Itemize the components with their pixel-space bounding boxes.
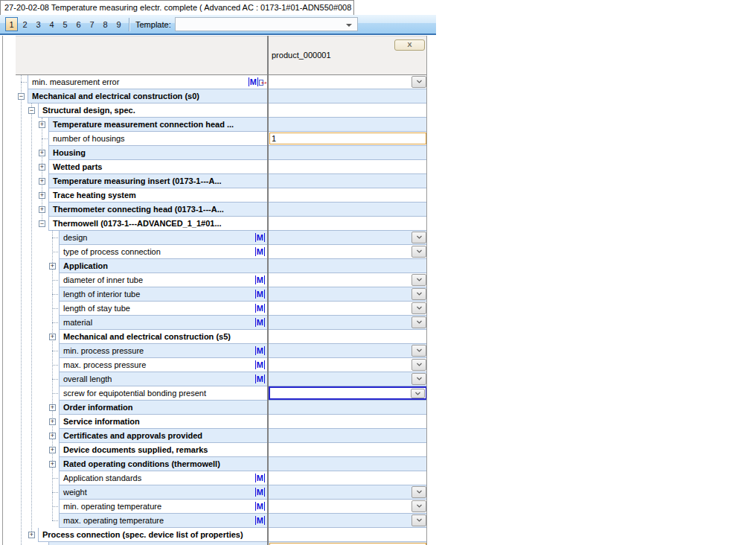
property-label-cell[interactable]: number of housings — [48, 132, 267, 146]
expand-plus-icon[interactable]: + — [39, 121, 45, 128]
product-value-cell — [269, 401, 427, 415]
mandatory-icon: M — [255, 233, 265, 242]
product-value-cell[interactable] — [269, 358, 427, 372]
page-button-7[interactable]: 7 — [86, 17, 98, 31]
combo-dropdown-button[interactable] — [411, 500, 426, 512]
property-label-cell[interactable]: Certificates and approvals provided — [59, 429, 267, 443]
document-tab[interactable]: 27-20-02-08 Temperature measuring electr… — [0, 0, 354, 15]
property-label-cell[interactable]: materialM — [59, 316, 267, 330]
property-label-cell[interactable]: length of stay tubeM — [59, 302, 267, 316]
expand-plus-icon[interactable]: + — [49, 263, 56, 270]
expand-plus-icon[interactable]: + — [49, 418, 56, 425]
product-value-cell — [269, 174, 427, 188]
property-label-cell[interactable]: type of process connectionM — [59, 245, 267, 259]
product-value-cell[interactable] — [269, 372, 427, 386]
expand-plus-icon[interactable]: + — [49, 433, 56, 439]
property-label-cell[interactable]: diameter of inner tubeM — [59, 273, 267, 287]
product-value-cell[interactable] — [269, 514, 427, 528]
page-button-4[interactable]: 4 — [45, 17, 58, 31]
property-label-cell[interactable]: Application standardsM — [59, 471, 267, 485]
collapse-minus-icon[interactable]: − — [18, 93, 25, 100]
product-value-cell[interactable] — [269, 273, 427, 287]
property-label-cell[interactable]: designM — [59, 231, 267, 245]
product-value-cell[interactable] — [269, 386, 427, 401]
product-value-cell[interactable] — [269, 500, 427, 514]
page-button-2[interactable]: 2 — [19, 17, 31, 31]
expand-plus-icon[interactable]: + — [49, 461, 56, 468]
property-label-cell[interactable]: Application — [59, 259, 267, 273]
product-value-cell[interactable] — [269, 245, 427, 259]
property-label-cell[interactable] — [48, 542, 267, 545]
expand-plus-icon[interactable]: + — [49, 447, 56, 453]
property-label-cell[interactable]: Service information — [59, 415, 267, 429]
property-label-cell[interactable]: max. process pressureM — [59, 358, 267, 372]
page-button-5[interactable]: 5 — [59, 17, 71, 31]
expand-plus-icon[interactable]: + — [39, 164, 45, 170]
property-label-cell[interactable]: Process connection (spec. device list of… — [38, 528, 267, 542]
property-label-cell[interactable]: Thermometer connecting head (0173-1---A.… — [48, 203, 267, 217]
property-label-cell[interactable]: Housing — [48, 146, 267, 160]
close-column-button[interactable]: X — [394, 39, 425, 51]
combo-dropdown-button[interactable] — [411, 514, 426, 526]
product-value-cell[interactable] — [269, 316, 427, 330]
value-text-input[interactable]: 1 — [269, 133, 426, 144]
expand-plus-icon[interactable]: + — [49, 404, 56, 411]
collapse-minus-icon[interactable]: − — [28, 107, 35, 114]
product-value-cell[interactable] — [269, 231, 427, 245]
property-label-cell[interactable]: Temperature measurement connection head … — [48, 118, 267, 132]
property-label-cell[interactable]: Mechanical and electrical construction (… — [28, 89, 267, 103]
property-label-cell[interactable]: Rated operating conditions (thermowell) — [59, 457, 267, 471]
combo-dropdown-button[interactable] — [411, 288, 426, 300]
product-value-cell[interactable] — [269, 485, 427, 500]
property-label-cell[interactable]: Thermowell (0173-1---ADVANCED_1_1#01... — [48, 217, 267, 231]
combo-dropdown-button[interactable] — [411, 76, 426, 88]
expand-plus-icon[interactable]: + — [28, 532, 35, 538]
property-label-cell[interactable]: min. operating temperatureM — [59, 500, 267, 514]
expand-plus-icon[interactable]: + — [39, 178, 45, 185]
property-label-cell[interactable]: max. operating temperatureM — [59, 514, 267, 528]
template-dropdown[interactable] — [175, 17, 358, 31]
combo-dropdown-button[interactable] — [411, 274, 426, 286]
property-label-cell[interactable]: min. measurement errorM↔ — [28, 75, 267, 89]
property-label-cell[interactable]: min. process pressureM — [59, 344, 267, 358]
expand-plus-icon[interactable]: + — [39, 150, 45, 156]
product-value-cell[interactable]: 1 — [269, 132, 427, 146]
combo-dropdown-button[interactable] — [411, 246, 426, 258]
focused-combobox[interactable] — [269, 386, 427, 400]
combo-dropdown-button[interactable] — [411, 389, 425, 398]
property-label-cell[interactable]: Device documents supplied, remarks — [59, 443, 267, 457]
product-value-cell[interactable] — [269, 75, 427, 89]
combo-dropdown-button[interactable] — [411, 486, 426, 498]
property-label: Rated operating conditions (thermowell) — [63, 459, 220, 468]
combo-dropdown-button[interactable] — [411, 345, 426, 357]
collapse-minus-icon[interactable]: − — [39, 220, 45, 227]
property-label-cell[interactable]: Temperature measuring insert (0173-1---A… — [48, 174, 267, 188]
page-button-3[interactable]: 3 — [32, 17, 45, 31]
property-label-cell[interactable]: length of interior tubeM — [59, 287, 267, 302]
product-value-cell[interactable] — [269, 287, 427, 302]
combo-dropdown-button[interactable] — [411, 316, 426, 328]
property-label-cell[interactable]: screw for equipotential bonding present — [59, 386, 267, 401]
expand-plus-icon[interactable]: + — [39, 206, 45, 213]
combo-dropdown-button[interactable] — [411, 359, 426, 371]
property-label-cell[interactable]: weightM — [59, 485, 267, 500]
product-value-cell[interactable] — [269, 302, 427, 316]
page-button-8[interactable]: 8 — [99, 17, 112, 31]
product-value-cell[interactable] — [269, 344, 427, 358]
page-button-9[interactable]: 9 — [112, 17, 125, 31]
page-button-6[interactable]: 6 — [72, 17, 85, 31]
page-button-1[interactable]: 1 — [5, 17, 18, 31]
expand-plus-icon[interactable]: + — [49, 334, 56, 340]
combo-dropdown-button[interactable] — [411, 232, 426, 243]
property-row: weightM — [3, 485, 427, 500]
expand-plus-icon[interactable]: + — [39, 192, 45, 199]
property-label-cell[interactable]: Wetted parts — [48, 160, 267, 174]
property-label-cell[interactable]: Structural design, spec. — [38, 103, 267, 118]
property-label-cell[interactable]: Order information — [59, 401, 267, 415]
combo-dropdown-button[interactable] — [411, 373, 426, 385]
product-value-cell[interactable] — [269, 542, 427, 545]
property-label-cell[interactable]: Mechanical and electrical construction (… — [59, 330, 267, 344]
property-label-cell[interactable]: Trace heating system — [48, 188, 267, 203]
combo-dropdown-button[interactable] — [411, 302, 426, 314]
property-label-cell[interactable]: overall lengthM — [59, 372, 267, 386]
